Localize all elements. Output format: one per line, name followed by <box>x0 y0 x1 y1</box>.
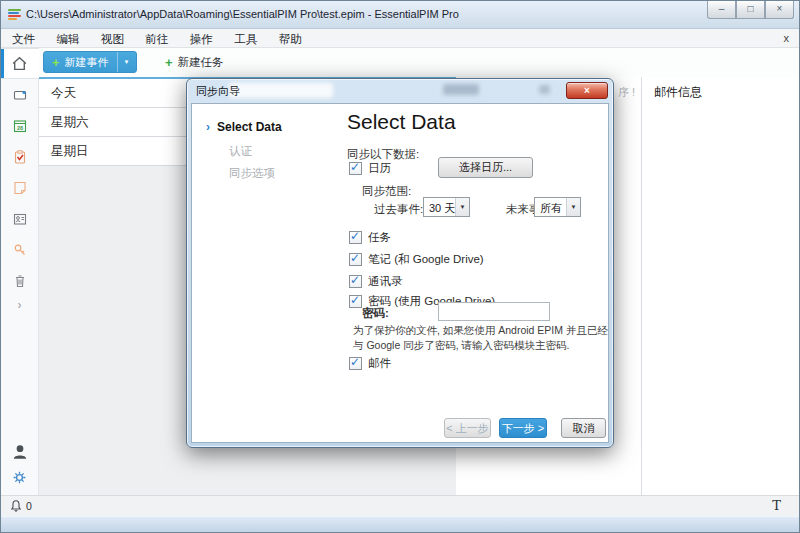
dialog-body: ›Select Data 认证 同步选项 Select Data 同步以下数据:… <box>191 103 609 443</box>
notifications-bell-icon[interactable] <box>9 499 23 513</box>
mail-info-title: 邮件信息 <box>654 84 702 101</box>
sidebar-item-tasks[interactable] <box>1 141 39 172</box>
sidebar-expand-button[interactable]: › <box>18 296 22 316</box>
sidebar-item-passwords[interactable] <box>1 234 39 265</box>
window-controls: – □ × <box>707 1 794 19</box>
notes-checkbox[interactable]: ✓ <box>349 253 362 266</box>
checkbox-row-notes: ✓ 笔记 (和 Google Drive) <box>349 252 484 267</box>
contacts-checkbox[interactable]: ✓ <box>349 275 362 288</box>
glass-blur-artifact <box>539 85 550 94</box>
back-button[interactable]: < 上一步 <box>444 418 491 438</box>
notes-checkbox-label: 笔记 (和 Google Drive) <box>368 252 484 267</box>
wizard-step-label: Select Data <box>217 120 282 134</box>
menu-item-file[interactable]: 文件 <box>12 30 35 49</box>
home-icon <box>11 55 28 72</box>
menubar-close-button[interactable]: x <box>784 29 790 48</box>
trash-icon <box>12 273 28 289</box>
today-panel-icon <box>12 87 28 103</box>
menu-item-help[interactable]: 帮助 <box>279 30 302 49</box>
new-event-label: 新建事件 <box>65 55 117 70</box>
window-bottom-frame <box>1 516 799 532</box>
mail-checkbox-label: 邮件 <box>368 356 391 371</box>
sidebar-item-trash[interactable] <box>1 265 39 296</box>
notification-count: 0 <box>26 500 32 512</box>
glass-blur-artifact <box>443 84 479 95</box>
status-bar: 0 T <box>1 495 799 516</box>
new-task-button[interactable]: + 新建任务 <box>157 51 224 73</box>
menu-item-view[interactable]: 视图 <box>101 30 124 49</box>
page-title: Select Data <box>347 110 456 134</box>
sidebar-item-notes[interactable] <box>1 172 39 203</box>
svg-text:28: 28 <box>16 124 22 130</box>
maximize-button[interactable]: □ <box>736 1 765 19</box>
password-note: 为了保护你的文件, 如果您使用 Android EPIM 并且已经与 Googl… <box>353 323 611 353</box>
user-avatar-icon[interactable] <box>11 443 29 461</box>
window-title: C:\Users\Administrator\AppData\Roaming\E… <box>26 8 459 20</box>
chevron-right-icon: › <box>206 120 210 134</box>
sidebar-bottom-group <box>11 443 29 495</box>
toolbar: + 新建事件 ▼ + 新建任务 <box>39 48 799 77</box>
contacts-checkbox-label: 通讯录 <box>368 274 403 289</box>
close-button[interactable]: × <box>765 1 794 19</box>
minimize-button[interactable]: – <box>707 1 736 19</box>
calendar-checkbox-label: 日历 <box>368 161 391 176</box>
tasks-clipboard-icon <box>12 149 28 165</box>
wizard-nav-authentication[interactable]: 认证 <box>229 144 252 159</box>
menu-item-actions[interactable]: 操作 <box>190 30 213 49</box>
text-tool-icon[interactable]: T <box>772 498 781 513</box>
menu-item-tools[interactable]: 工具 <box>234 30 257 49</box>
check-icon: ✓ <box>350 273 360 287</box>
new-task-label: 新建任务 <box>178 55 224 70</box>
dialog-title: 同步向导 <box>196 79 240 103</box>
check-icon: ✓ <box>350 160 360 174</box>
glass-blur-artifact <box>229 83 333 98</box>
checkbox-row-contacts: ✓ 通讯录 <box>349 274 403 289</box>
password-input[interactable] <box>438 302 550 321</box>
next-button[interactable]: 下一步 > <box>499 418 547 438</box>
future-events-select[interactable]: 所有 ▼ <box>534 197 581 217</box>
wizard-nav-select-data[interactable]: ›Select Data <box>206 120 282 134</box>
plus-icon: + <box>157 55 178 70</box>
checkbox-row-mail: ✓ 邮件 <box>349 356 391 371</box>
sync-wizard-dialog: 同步向导 × ›Select Data 认证 同步选项 Select Data … <box>186 78 614 448</box>
wizard-nav-sync-options[interactable]: 同步选项 <box>229 166 275 181</box>
password-field-label: 密码: <box>362 306 389 321</box>
checkbox-row-tasks: ✓ 任务 <box>349 230 391 245</box>
future-events-value: 所有 <box>540 201 562 216</box>
settings-gear-icon[interactable] <box>12 470 27 485</box>
sidebar-item-home[interactable] <box>1 48 39 79</box>
check-icon: ✓ <box>350 355 360 369</box>
notes-icon <box>12 180 28 196</box>
sidebar-item-today[interactable] <box>1 79 39 110</box>
new-event-button[interactable]: + 新建事件 ▼ <box>43 51 137 73</box>
menu-item-edit[interactable]: 编辑 <box>56 30 79 49</box>
essentialpim-logo-icon <box>8 9 21 21</box>
tasks-checkbox[interactable]: ✓ <box>349 231 362 244</box>
past-events-select[interactable]: 30 天 ▼ <box>423 197 470 217</box>
choose-calendar-button[interactable]: 选择日历... <box>438 157 533 178</box>
mail-list-header-fragment: 序 ! <box>618 85 635 100</box>
calendar-icon: 28 <box>12 118 28 134</box>
check-icon: ✓ <box>350 251 360 265</box>
chevron-down-icon: ▼ <box>566 198 580 216</box>
sidebar-item-contacts[interactable] <box>1 203 39 234</box>
app-window: C:\Users\Administrator\AppData\Roaming\E… <box>0 0 800 533</box>
menu-bar: 文件 编辑 视图 前往 操作 工具 帮助 x <box>1 29 799 48</box>
check-icon: ✓ <box>350 229 360 243</box>
calendar-checkbox[interactable]: ✓ <box>349 162 362 175</box>
checkbox-row-calendar: ✓ 日历 <box>349 161 391 176</box>
window-titlebar: C:\Users\Administrator\AppData\Roaming\E… <box>1 1 799 29</box>
chevron-down-icon[interactable]: ▼ <box>117 52 136 72</box>
past-events-value: 30 天 <box>429 201 455 216</box>
sidebar-item-calendar[interactable]: 28 <box>1 110 39 141</box>
check-icon: ✓ <box>350 293 360 307</box>
key-icon <box>12 242 28 258</box>
sync-range-label: 同步范围: <box>362 184 411 199</box>
contacts-card-icon <box>12 211 28 227</box>
dialog-close-button[interactable]: × <box>566 82 608 99</box>
mail-checkbox[interactable]: ✓ <box>349 357 362 370</box>
plus-icon: + <box>44 55 65 70</box>
passwords-checkbox[interactable]: ✓ <box>349 295 362 308</box>
menu-item-go[interactable]: 前往 <box>145 30 168 49</box>
cancel-button[interactable]: 取消 <box>561 418 606 438</box>
